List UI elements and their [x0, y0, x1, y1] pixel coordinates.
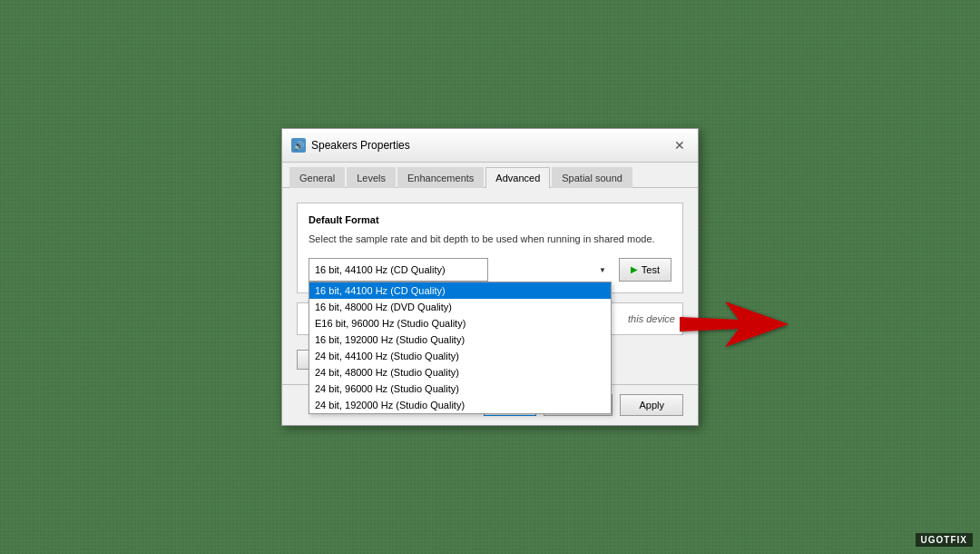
title-bar: 🔊 Speakers Properties ✕: [282, 129, 698, 163]
watermark: UGOTFIX: [916, 533, 973, 547]
test-button[interactable]: ▶ Test: [619, 258, 671, 282]
speakers-properties-dialog: 🔊 Speakers Properties ✕ General Levels E…: [281, 128, 699, 425]
dropdown-option-2[interactable]: 16 bit, 48000 Hz (DVD Quality): [309, 299, 611, 315]
test-button-label: Test: [642, 264, 660, 275]
dropdown-list: 16 bit, 44100 Hz (CD Quality) 16 bit, 48…: [309, 282, 612, 414]
tab-advanced[interactable]: Advanced: [485, 167, 550, 188]
default-format-section: Default Format Select the sample rate an…: [297, 203, 683, 292]
format-selector-row: 16 bit, 44100 Hz (CD Quality) 16 bit, 48…: [309, 258, 671, 282]
tab-spatial-sound[interactable]: Spatial sound: [552, 167, 632, 188]
exclusive-mode-hint: this device: [628, 313, 675, 324]
tab-enhancements[interactable]: Enhancements: [397, 167, 484, 188]
default-format-desc: Select the sample rate and bit depth to …: [309, 232, 671, 246]
dropdown-option-8[interactable]: 24 bit, 192000 Hz (Studio Quality): [309, 397, 611, 413]
partial-prefix: E: [315, 318, 321, 329]
dropdown-option-5[interactable]: 24 bit, 44100 Hz (Studio Quality): [309, 348, 611, 364]
speaker-icon: 🔊: [291, 138, 306, 153]
dropdown-option-7[interactable]: 24 bit, 96000 Hz (Studio Quality): [309, 381, 611, 397]
close-button[interactable]: ✕: [671, 136, 689, 154]
play-icon: ▶: [631, 264, 638, 274]
default-format-title: Default Format: [309, 214, 671, 225]
title-bar-left: 🔊 Speakers Properties: [291, 138, 410, 153]
format-dropdown[interactable]: 16 bit, 44100 Hz (CD Quality) 16 bit, 48…: [309, 258, 488, 282]
tab-general[interactable]: General: [289, 167, 345, 188]
format-dropdown-wrapper: 16 bit, 44100 Hz (CD Quality) 16 bit, 48…: [309, 258, 612, 282]
dropdown-option-1[interactable]: 16 bit, 44100 Hz (CD Quality): [309, 282, 611, 299]
tab-levels[interactable]: Levels: [347, 167, 396, 188]
tab-bar: General Levels Enhancements Advanced Spa…: [282, 163, 698, 188]
dialog-content: Default Format Select the sample rate an…: [282, 188, 698, 383]
apply-button[interactable]: Apply: [620, 394, 683, 416]
dropdown-option-3[interactable]: E16 bit, 96000 Hz (Studio Quality): [309, 315, 611, 331]
dialog-title: Speakers Properties: [311, 139, 410, 152]
dropdown-option-6[interactable]: 24 bit, 48000 Hz (Studio Quality): [309, 364, 611, 381]
dropdown-option-4[interactable]: 16 bit, 192000 Hz (Studio Quality): [309, 331, 611, 348]
